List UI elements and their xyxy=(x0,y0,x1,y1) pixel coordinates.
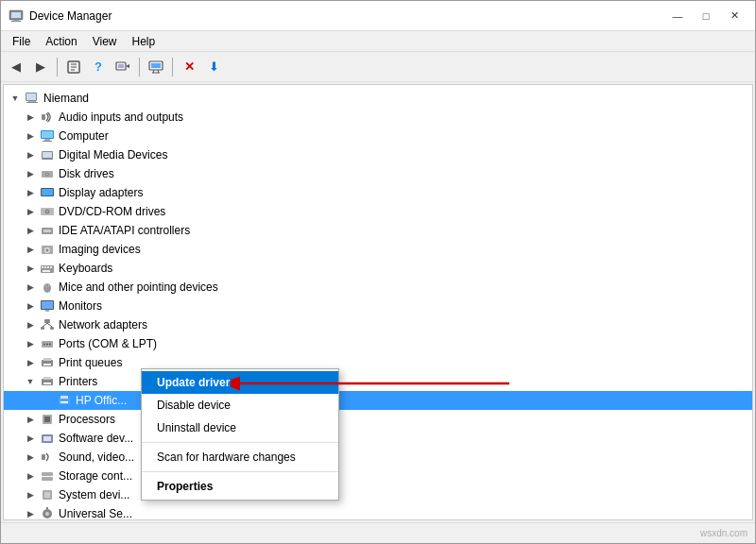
printers-expand[interactable]: ▼ xyxy=(23,374,38,389)
dvd-icon xyxy=(40,204,55,219)
tree-item-sound[interactable]: ▶ Sound, video... xyxy=(4,448,752,467)
tree-root[interactable]: ▼ Niemand xyxy=(4,89,752,108)
svg-rect-71 xyxy=(44,416,50,422)
svg-line-56 xyxy=(47,323,52,327)
hp-expand: ▶ xyxy=(40,393,55,408)
software-icon xyxy=(40,431,55,446)
display-expand[interactable]: ▶ xyxy=(23,185,38,200)
svg-rect-44 xyxy=(50,266,52,268)
disk-expand[interactable]: ▶ xyxy=(23,166,38,181)
tree-item-ports[interactable]: ▶ Ports (COM & LPT) xyxy=(4,334,752,353)
tree-item-printq[interactable]: ▶ Print queues xyxy=(4,353,752,372)
svg-point-39 xyxy=(46,249,49,252)
svg-rect-73 xyxy=(43,436,51,441)
svg-rect-42 xyxy=(44,266,46,268)
tree-item-disk[interactable]: ▶ Disk drives xyxy=(4,164,752,183)
update-button[interactable]: ⬇ xyxy=(202,56,225,78)
keyboards-expand[interactable]: ▶ xyxy=(23,261,38,276)
svg-rect-43 xyxy=(47,266,49,268)
display-icon xyxy=(40,185,55,200)
tree-item-hp[interactable]: ▶ HP Offic... xyxy=(4,391,752,410)
tree-item-system[interactable]: ▶ System devi... xyxy=(4,485,752,504)
mice-expand[interactable]: ▶ xyxy=(23,280,38,295)
menu-help[interactable]: Help xyxy=(125,33,163,50)
tree-item-imaging[interactable]: ▶ Imaging devices xyxy=(4,240,752,259)
svg-rect-20 xyxy=(42,114,45,120)
maximize-button[interactable]: □ xyxy=(693,7,719,26)
ctx-uninstall-device[interactable]: Uninstall device xyxy=(142,416,338,439)
tree-item-keyboards[interactable]: ▶ Keyboards xyxy=(4,259,752,278)
imaging-expand[interactable]: ▶ xyxy=(23,242,38,257)
universal-expand[interactable]: ▶ xyxy=(23,506,38,519)
tree-item-printers[interactable]: ▼ Printers xyxy=(4,372,752,391)
svg-rect-78 xyxy=(44,492,50,498)
menu-action[interactable]: Action xyxy=(38,33,84,50)
storage-expand[interactable]: ▶ xyxy=(23,468,38,484)
disk-label: Disk drives xyxy=(59,167,114,180)
properties-button[interactable] xyxy=(62,56,85,78)
tree-item-storage[interactable]: ▶ Storage cont... xyxy=(4,467,752,485)
tree-item-ide[interactable]: ▶ IDE ATA/ATAPI controllers xyxy=(4,221,752,240)
tree-item-mice[interactable]: ▶ Mice and other pointing devices xyxy=(4,278,752,297)
svg-rect-9 xyxy=(118,64,124,68)
help-button[interactable]: ? xyxy=(87,56,110,78)
tree-view[interactable]: ▼ Niemand ▶ Audio inputs and outputs ▶ xyxy=(4,85,752,519)
tree-item-monitors[interactable]: ▶ Monitors xyxy=(4,297,752,315)
processors-label: Processors xyxy=(59,413,115,426)
tree-item-digital[interactable]: ▶ Digital Media Devices xyxy=(4,145,752,164)
tree-item-audio[interactable]: ▶ Audio inputs and outputs xyxy=(4,108,752,127)
tree-item-computer[interactable]: ▶ Computer xyxy=(4,127,752,145)
svg-rect-63 xyxy=(43,364,51,366)
processors-expand[interactable]: ▶ xyxy=(23,412,38,427)
device-manager-window: Device Manager — □ ✕ File Action View He… xyxy=(0,0,756,544)
scan-button[interactable] xyxy=(112,56,134,78)
properties-icon xyxy=(66,60,81,75)
window-title: Device Manager xyxy=(29,9,112,23)
monitor-button[interactable] xyxy=(145,56,167,78)
audio-icon xyxy=(40,110,55,125)
ctx-update-driver[interactable]: Update driver xyxy=(142,371,338,394)
dvd-expand[interactable]: ▶ xyxy=(23,204,38,219)
minimize-button[interactable]: — xyxy=(664,7,691,26)
svg-rect-52 xyxy=(44,319,50,323)
monitors-expand[interactable]: ▶ xyxy=(23,298,38,314)
audio-expand[interactable]: ▶ xyxy=(23,110,38,125)
menu-file[interactable]: File xyxy=(5,33,38,50)
mice-label: Mice and other pointing devices xyxy=(59,280,218,294)
close-button[interactable]: ✕ xyxy=(721,7,747,26)
tree-item-display[interactable]: ▶ Display adapters xyxy=(4,183,752,202)
printq-expand[interactable]: ▶ xyxy=(23,355,38,370)
universal-icon xyxy=(40,506,55,519)
computer-expand[interactable]: ▶ xyxy=(23,128,38,144)
ctx-disable-device[interactable]: Disable device xyxy=(142,394,338,416)
back-button[interactable]: ◀ xyxy=(5,56,27,78)
ctx-scan-hardware[interactable]: Scan for hardware changes xyxy=(142,446,338,468)
ide-expand[interactable]: ▶ xyxy=(23,223,38,238)
hp-icon xyxy=(57,393,72,408)
tree-item-network[interactable]: ▶ Network adapters xyxy=(4,315,752,334)
sound-expand[interactable]: ▶ xyxy=(23,450,38,465)
svg-point-34 xyxy=(46,211,48,212)
tree-item-dvd[interactable]: ▶ DVD/CD-ROM drives xyxy=(4,202,752,221)
root-label: Niemand xyxy=(43,92,89,105)
svg-point-80 xyxy=(45,512,49,516)
system-expand[interactable]: ▶ xyxy=(23,487,38,502)
tree-item-software[interactable]: ▶ Software dev... xyxy=(4,429,752,448)
tree-item-universal[interactable]: ▶ Universal Se... xyxy=(4,504,752,519)
digital-expand[interactable]: ▶ xyxy=(23,147,38,162)
menu-view[interactable]: View xyxy=(85,33,125,50)
ide-icon xyxy=(40,223,55,238)
hp-label: HP Offic... xyxy=(76,394,127,407)
network-expand[interactable]: ▶ xyxy=(23,317,38,332)
tree-item-processors[interactable]: ▶ Processors xyxy=(4,410,752,429)
computer-icon xyxy=(25,91,40,106)
remove-button[interactable]: ✕ xyxy=(178,56,200,78)
ide-label: IDE ATA/ATAPI controllers xyxy=(59,224,190,237)
forward-button[interactable]: ▶ xyxy=(29,56,52,78)
ctx-properties[interactable]: Properties xyxy=(142,475,338,498)
storage-label: Storage cont... xyxy=(59,469,132,483)
toolbar-separator-1 xyxy=(57,58,58,76)
root-expand[interactable]: ▼ xyxy=(8,91,23,106)
ports-expand[interactable]: ▶ xyxy=(23,336,38,351)
software-expand[interactable]: ▶ xyxy=(23,431,38,446)
